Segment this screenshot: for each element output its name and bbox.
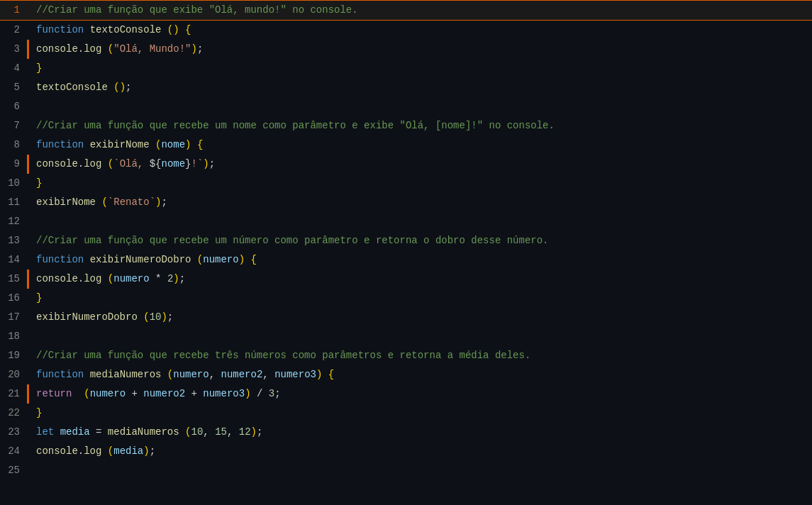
line-content-12: [29, 212, 812, 231]
line-number-7: 7: [0, 116, 27, 135]
line-17: 17 exibirNumeroDobro (10);: [0, 308, 812, 327]
line-content-17: exibirNumeroDobro (10);: [29, 308, 812, 327]
line-number-6: 6: [0, 97, 27, 116]
line-content-2: function textoConsole () {: [29, 21, 812, 40]
line-number-21: 21: [0, 384, 27, 404]
line-8: 8 function exibirNome (nome) {: [0, 135, 812, 155]
line-number-15: 15: [0, 270, 27, 289]
line-content-4: }: [29, 59, 812, 78]
line-number-5: 5: [0, 78, 27, 97]
line-22: 22 }: [0, 404, 812, 423]
line-18: 18: [0, 327, 812, 346]
line-20: 20 function mediaNumeros (numero, numero…: [0, 365, 812, 384]
line-content-15: console.log (numero * 2);: [29, 270, 812, 289]
line-content-16: }: [29, 289, 812, 308]
line-number-16: 16: [0, 289, 27, 308]
line-number-25: 25: [0, 461, 27, 480]
line-content-14: function exibirNumeroDobro (numero) {: [29, 250, 812, 270]
line-content-9: console.log (`Olá, ${nome}!`);: [29, 155, 812, 174]
line-number-18: 18: [0, 327, 27, 346]
line-21: 21 return (numero + numero2 + numero3) /…: [0, 384, 812, 404]
line-23: 23 let media = mediaNumeros (10, 15, 12)…: [0, 423, 812, 442]
line-content-13: //Criar uma função que recebe um número …: [29, 231, 812, 250]
line-2: 2 function textoConsole () {: [0, 21, 812, 40]
line-16: 16 }: [0, 289, 812, 308]
line-12: 12: [0, 212, 812, 231]
line-number-22: 22: [0, 404, 27, 423]
line-number-17: 17: [0, 308, 27, 327]
line-content-21: return (numero + numero2 + numero3) / 3;: [29, 384, 812, 404]
line-number-9: 9: [0, 155, 27, 174]
line-number-8: 8: [0, 135, 27, 155]
line-9: 9 console.log (`Olá, ${nome}!`);: [0, 155, 812, 174]
line-number-11: 11: [0, 193, 27, 212]
line-number-20: 20: [0, 365, 27, 384]
line-5: 5 textoConsole ();: [0, 78, 812, 97]
line-content-18: [29, 327, 812, 346]
line-number-19: 19: [0, 346, 27, 365]
line-24: 24 console.log (media);: [0, 442, 812, 461]
line-number-24: 24: [0, 442, 27, 461]
line-content-11: exibirNome (`Renato`);: [29, 193, 812, 212]
line-content-6: [29, 97, 812, 116]
line-10: 10 }: [0, 174, 812, 193]
line-content-19: //Criar uma função que recebe três númer…: [29, 346, 812, 365]
line-content-23: let media = mediaNumeros (10, 15, 12);: [29, 423, 812, 442]
line-content-1: //Criar uma função que exibe "Olá, mundo…: [29, 1, 812, 20]
line-4: 4 }: [0, 59, 812, 78]
line-number-23: 23: [0, 423, 27, 442]
line-content-8: function exibirNome (nome) {: [29, 135, 812, 155]
line-11: 11 exibirNome (`Renato`);: [0, 193, 812, 212]
line-number-4: 4: [0, 59, 27, 78]
line-3: 3 console.log ("Olá, Mundo!");: [0, 40, 812, 59]
line-15: 15 console.log (numero * 2);: [0, 270, 812, 289]
line-13: 13 //Criar uma função que recebe um núme…: [0, 231, 812, 250]
line-19: 19 //Criar uma função que recebe três nú…: [0, 346, 812, 365]
line-content-5: textoConsole ();: [29, 78, 812, 97]
line-number-2: 2: [0, 21, 27, 40]
line-number-13: 13: [0, 231, 27, 250]
line-14: 14 function exibirNumeroDobro (numero) {: [0, 250, 812, 270]
code-editor: 1 //Criar uma função que exibe "Olá, mun…: [0, 0, 812, 505]
line-content-10: }: [29, 174, 812, 193]
line-number-1: 1: [0, 1, 27, 20]
line-1: 1 //Criar uma função que exibe "Olá, mun…: [0, 0, 812, 21]
line-number-10: 10: [0, 174, 27, 193]
line-content-24: console.log (media);: [29, 442, 812, 461]
line-content-20: function mediaNumeros (numero, numero2, …: [29, 365, 812, 384]
line-content-3: console.log ("Olá, Mundo!");: [29, 40, 812, 59]
line-number-14: 14: [0, 250, 27, 270]
line-content-25: [29, 461, 812, 480]
line-content-7: //Criar uma função que recebe um nome co…: [29, 116, 812, 135]
line-number-3: 3: [0, 40, 27, 59]
line-number-12: 12: [0, 212, 27, 231]
line-25: 25: [0, 461, 812, 480]
line-6: 6: [0, 97, 812, 116]
line-7: 7 //Criar uma função que recebe um nome …: [0, 116, 812, 135]
line-content-22: }: [29, 404, 812, 423]
